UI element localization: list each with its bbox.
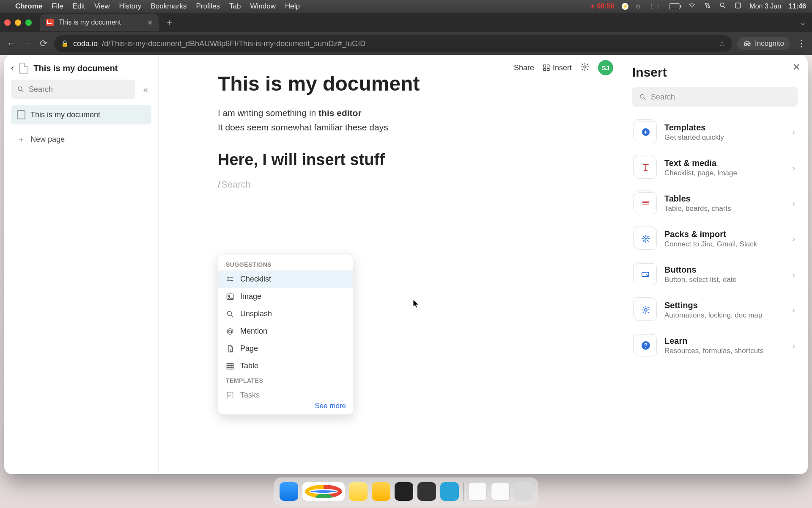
incognito-label: Incognito [755, 39, 784, 48]
panel-cat-tables[interactable]: TablesTable, boards, charts › [632, 185, 798, 221]
insert-button[interactable]: Insert [543, 64, 572, 72]
doc-h1[interactable]: This is my document [218, 72, 598, 95]
popover-item-checklist[interactable]: Checklist [218, 271, 353, 288]
panel-search-input[interactable]: Search [632, 87, 798, 107]
dock-finder[interactable] [280, 482, 298, 501]
control-center-icon[interactable] [704, 2, 711, 11]
menu-date[interactable]: Mon 3 Jan [749, 3, 781, 10]
panel-cat-text[interactable]: Text & mediaChecklist, page, image › [632, 150, 798, 185]
sidebar-search-placeholder: Search [29, 85, 53, 94]
nav-back-button[interactable]: ← [6, 38, 17, 49]
doc-line-2[interactable]: It does seem somewhat familiar these day… [218, 121, 598, 134]
user-avatar[interactable]: SJ [598, 60, 613, 75]
dock-notes[interactable] [349, 482, 368, 501]
spotlight-icon[interactable] [719, 2, 727, 11]
svg-point-1 [708, 6, 710, 8]
chrome-menu-button[interactable]: ⋮ [797, 38, 806, 49]
dock-textedit[interactable] [468, 482, 487, 501]
window-minimize-button[interactable] [15, 19, 21, 26]
browser-chrome: This is my document ✕ ＋ ⌄ ← → ⟳ 🔒 coda.i… [0, 13, 812, 55]
mac-menu-help[interactable]: Help [285, 2, 300, 11]
dock-app-6[interactable] [417, 482, 436, 501]
doc-line-1a: I am writing something in [218, 108, 318, 118]
panel-cat-templates[interactable]: TemplatesGet started quickly › [632, 114, 798, 150]
panel-cat-settings[interactable]: SettingsAutomations, locking, doc map › [632, 292, 798, 328]
new-tab-button[interactable]: ＋ [163, 16, 176, 29]
cat-sub: Get started quickly [664, 133, 724, 142]
status-icon-3[interactable]: ⋮⋮ [648, 3, 661, 11]
bookmark-star-button[interactable]: ☆ [719, 39, 725, 48]
mac-app-name[interactable]: Chrome [15, 2, 42, 11]
battery-charging-icon[interactable]: 00:56 [590, 3, 614, 10]
cat-title: Text & media [664, 158, 737, 168]
address-bar[interactable]: 🔒 coda.io/d/This-is-my-document_dBhAUW8p… [54, 35, 732, 52]
dock-app-9[interactable] [491, 482, 510, 501]
dock-trash[interactable] [514, 482, 532, 501]
mac-menu-bookmarks[interactable]: Bookmarks [151, 2, 187, 11]
share-button[interactable]: Share [514, 64, 534, 72]
dock-app-4[interactable] [372, 482, 390, 501]
doc-breadcrumb[interactable]: ‹ This is my document [11, 63, 151, 74]
siri-icon[interactable] [734, 2, 742, 11]
popover-item-tasks[interactable]: Tasks [218, 387, 353, 398]
mac-menu-profiles[interactable]: Profiles [196, 2, 220, 11]
popover-item-unsplash[interactable]: Unsplash [218, 305, 353, 323]
window-close-button[interactable] [4, 19, 11, 26]
popover-item-table[interactable]: Table [218, 357, 353, 375]
dock-chrome[interactable] [302, 482, 345, 501]
editor-main: Share Insert SJ This is my document I am… [159, 55, 622, 474]
cat-sub: Button, select list, date [664, 276, 737, 284]
doc-line-1b: this editor [318, 108, 362, 118]
menu-time[interactable]: 11:46 [789, 3, 806, 10]
tabs-dropdown-button[interactable]: ⌄ [800, 18, 806, 27]
panel-cat-buttons[interactable]: ButtonsButton, select list, date › [632, 257, 798, 292]
battery-icon[interactable] [669, 3, 680, 9]
panel-cat-packs[interactable]: Packs & importConnect to Jira, Gmail, Sl… [632, 221, 798, 257]
slash-command-input[interactable]: / Search [218, 179, 598, 190]
window-zoom-button[interactable] [25, 19, 32, 26]
incognito-badge[interactable]: Incognito [737, 37, 790, 50]
mac-menu-history[interactable]: History [119, 2, 141, 11]
mac-menu-tab[interactable]: Tab [229, 2, 241, 11]
svg-point-20 [645, 238, 647, 240]
doc-line-1[interactable]: I am writing something in this editor [218, 106, 598, 120]
mac-menu-file[interactable]: File [52, 2, 63, 11]
sidebar-search-input[interactable]: Search [11, 80, 135, 99]
mac-menu-edit[interactable]: Edit [73, 2, 85, 11]
popover-item-mention[interactable]: Mention [218, 323, 353, 340]
cat-title: Learn [664, 336, 763, 346]
panel-cat-learn[interactable]: LearnResources, formulas, shortcuts › [632, 328, 798, 363]
back-chevron-icon[interactable]: ‹ [11, 63, 14, 74]
lock-icon[interactable]: 🔒 [61, 40, 69, 47]
mac-menu-window[interactable]: Window [250, 2, 276, 11]
svg-rect-3 [735, 3, 741, 8]
sidebar-page-item[interactable]: This is my document [11, 105, 151, 124]
doc-sidebar: ‹ This is my document Search « This is m… [4, 55, 159, 474]
sidebar-collapse-button[interactable]: « [140, 83, 151, 95]
mac-menu-view[interactable]: View [94, 2, 110, 11]
wifi-icon[interactable] [688, 2, 696, 11]
doc-settings-button[interactable] [580, 62, 590, 74]
page-add-icon [226, 345, 234, 353]
url-path: /d/This-is-my-document_dBhAUW8p6FI/This-… [102, 39, 365, 48]
svg-point-13 [229, 330, 232, 333]
panel-close-button[interactable]: ✕ [793, 62, 800, 73]
browser-tab[interactable]: This is my document ✕ [40, 14, 159, 31]
tab-strip: This is my document ✕ ＋ ⌄ [0, 13, 812, 32]
nav-reload-button[interactable]: ⟳ [38, 38, 49, 49]
chevron-right-icon: › [792, 305, 795, 315]
document-body[interactable]: This is my document I am writing somethi… [218, 72, 598, 190]
status-icon-1[interactable]: ⚡ [622, 3, 628, 10]
tab-close-button[interactable]: ✕ [147, 19, 153, 27]
new-page-button[interactable]: ＋ New page [11, 130, 151, 149]
dock-app-7[interactable] [440, 482, 459, 501]
sidebar-page-label: This is my document [30, 110, 100, 119]
doc-h2[interactable]: Here, I will insert stuff [218, 151, 598, 169]
popover-see-more-link[interactable]: See more [218, 398, 353, 412]
mac-menu-bar: Chrome File Edit View History Bookmarks … [0, 0, 812, 13]
popover-item-page[interactable]: Page [218, 340, 353, 357]
nav-forward-button[interactable]: → [22, 38, 33, 49]
status-icon-2[interactable]: ⎋ [636, 3, 640, 10]
dock-terminal[interactable] [395, 482, 413, 501]
popover-item-image[interactable]: Image [218, 288, 353, 305]
